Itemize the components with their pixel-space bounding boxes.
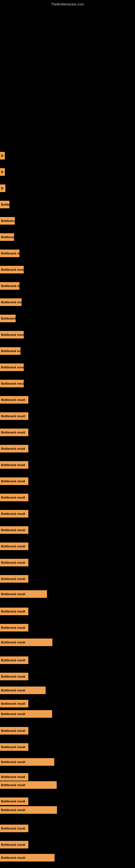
bottleneck-bar: Bottleneck result	[0, 445, 28, 453]
bottleneck-label: Bottleneck result	[1, 675, 25, 678]
bottleneck-bar: Bottleneck result	[0, 575, 28, 583]
bottleneck-bar: Bottleneck r	[0, 217, 15, 225]
bottleneck-bar: Bottleneck result	[0, 758, 54, 766]
bottleneck-bar: Bottleneck res	[0, 347, 20, 355]
bottleneck-bar: Bottleneck result	[0, 608, 28, 615]
bottleneck-label: Bottleneck result	[1, 729, 25, 733]
bottleneck-bar: Bottleneck result	[0, 510, 28, 518]
bottleneck-bar: Bottleneck result	[0, 461, 28, 469]
bottleneck-label: Bottleneck result	[1, 577, 25, 581]
bottleneck-label: Bottleneck result	[1, 463, 25, 467]
bottleneck-bar: B	[0, 168, 5, 176]
bottleneck-bar: Bottleneck result	[0, 825, 28, 832]
bottleneck-bar: B	[0, 152, 5, 159]
bottleneck-bar: Bottleneck result	[0, 477, 28, 485]
bottleneck-bar: Bottleneck result	[0, 542, 28, 550]
bottleneck-bar: Bottlen	[0, 201, 9, 208]
bottleneck-label: Bottleneck result	[1, 545, 25, 548]
bottleneck-bar: Bottleneck result	[0, 380, 24, 388]
bottleneck-bar: Bottleneck result	[0, 364, 24, 371]
bottleneck-bar: Bottleneck result	[0, 700, 28, 707]
bottleneck-label: Bottleneck result	[1, 366, 24, 369]
bottleneck-label: Bottleneck result	[1, 808, 25, 812]
bottleneck-label: Bottleneck result	[1, 702, 25, 705]
bottleneck-bar: Bottleneck result	[0, 710, 52, 718]
bottleneck-label: Bottleneck	[1, 317, 16, 320]
bottleneck-label: Bottleneck result	[1, 414, 25, 418]
bottleneck-bar: Bottleneck result	[0, 854, 54, 862]
bottleneck-label: Bottleneck result	[1, 431, 25, 434]
bottleneck-label: Bottleneck result	[1, 843, 25, 846]
bottleneck-bar: Bottleneck result	[0, 331, 24, 339]
bottleneck-bar: Bottleneck result	[0, 727, 28, 735]
bottleneck-bar: Bottleneck	[0, 315, 16, 322]
bottleneck-label: Bottleneck result	[1, 712, 25, 716]
bottleneck-label: Bottleneck res	[1, 252, 19, 255]
bottleneck-label: Bottleneck result	[1, 783, 25, 786]
bottleneck-label: Bottleneck result	[1, 479, 25, 483]
bottleneck-bar: Bottleneck result	[0, 781, 57, 789]
bottleneck-bar: Bottlenec	[0, 233, 14, 241]
bottleneck-label: B	[1, 154, 3, 157]
bottleneck-label: Bottleneck result	[1, 800, 25, 803]
bottleneck-label: Bottleneck result	[1, 641, 25, 644]
bottleneck-label: Bottleneck result	[1, 610, 25, 613]
bottleneck-label: Bottleneck result	[1, 382, 24, 385]
bottleneck-bar: Bottleneck result	[0, 624, 28, 631]
bottleneck-label: Bottleneck res	[1, 349, 20, 352]
bottleneck-label: Bottleneck result	[1, 592, 25, 596]
bottleneck-bar: Bottleneck result	[0, 429, 28, 436]
bottleneck-label: Bottleneck result	[1, 398, 25, 401]
bottleneck-label: Bottleneck result	[1, 856, 25, 859]
bottleneck-bar: Bottleneck result	[0, 841, 28, 848]
bottleneck-bar: Bottleneck result	[0, 673, 28, 680]
site-title: TheBottlenecker.com	[51, 2, 84, 6]
bottleneck-bar: Bottleneck result	[0, 656, 28, 664]
bottleneck-label: Bottleneck r	[1, 219, 15, 222]
bottleneck-label: Bottleneck re	[1, 284, 19, 287]
bottleneck-bar: Bottleneck result	[0, 773, 28, 781]
bottleneck-bar: Bottleneck result	[0, 396, 28, 404]
bottleneck-bar: Bottleneck result	[0, 412, 28, 420]
bottleneck-label: Bottleneck result	[1, 659, 25, 662]
bottleneck-label: Bottleneck result	[1, 333, 24, 336]
bottleneck-bar: Bottleneck result	[0, 798, 28, 805]
bottleneck-bar: Bottleneck result	[0, 494, 28, 501]
bottleneck-label: Bottleneck result	[1, 561, 25, 564]
bottleneck-bar: Bottleneck res	[0, 250, 19, 257]
bottleneck-label: Bottleneck result	[1, 496, 25, 499]
bottleneck-label: Bottleneck rese	[1, 301, 21, 304]
bottleneck-label: Bottleneck result	[1, 745, 25, 749]
bottleneck-label: Bottleneck result	[1, 512, 25, 516]
bottleneck-bar: Bottleneck result	[0, 266, 24, 273]
bottleneck-bar: Bottleneck result	[0, 526, 28, 534]
bottleneck-label: Bottleneck result	[1, 528, 25, 532]
bottleneck-bar: Bottleneck result	[0, 686, 46, 694]
bottleneck-label: B	[1, 170, 3, 174]
bottleneck-bar: Bottleneck re	[0, 282, 19, 290]
bottleneck-label: Bottleneck result	[1, 827, 25, 830]
bottleneck-bar: Bottleneck result	[0, 806, 57, 814]
bottleneck-bar: Bottleneck result	[0, 639, 52, 646]
bottleneck-label: Bottleneck result	[1, 760, 25, 764]
bottleneck-bar: Bottleneck rese	[0, 299, 21, 306]
bottleneck-label: Bottlen	[1, 203, 9, 206]
bottleneck-label: Bottleneck result	[1, 447, 25, 450]
bottleneck-label: Bottleneck result	[1, 268, 24, 271]
bottleneck-bar: Bottleneck result	[0, 559, 28, 566]
bottleneck-label: Bottleneck result	[1, 626, 25, 629]
bottleneck-bar: B	[0, 184, 5, 192]
bottleneck-label: Bottleneck result	[1, 775, 25, 778]
bottleneck-bar: Bottleneck result	[0, 743, 28, 751]
bottleneck-label: Bottleneck result	[1, 689, 25, 692]
bottleneck-label: B	[1, 187, 3, 190]
bottleneck-label: Bottlenec	[1, 236, 14, 239]
bottleneck-bar: Bottleneck result	[0, 590, 47, 598]
